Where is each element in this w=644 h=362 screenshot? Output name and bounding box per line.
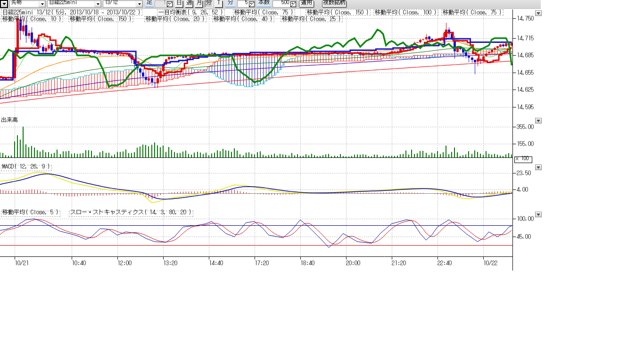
volume-axis-label [517, 124, 534, 133]
legend-item-row2-1[interactable] [1, 16, 63, 22]
price-axis-label [517, 70, 534, 79]
macd-axis-label [517, 187, 528, 196]
time-axis-label [163, 260, 177, 269]
time-axis-label [392, 260, 406, 269]
stoch-axis-label [517, 216, 534, 225]
price-axis-label [517, 104, 534, 113]
time-axis-label [117, 260, 132, 269]
dropdown-arrow-icon [537, 12, 540, 15]
volume-multiplier-badge [514, 156, 532, 163]
dropdown-arrow-icon [537, 214, 540, 216]
legend-item-row2-3[interactable] [144, 16, 206, 22]
price-axis-label [517, 87, 534, 96]
time-axis-label [438, 260, 452, 269]
macd-axis-label [517, 170, 531, 179]
stoch-ma-label[interactable] [1, 211, 60, 217]
legend-item-row1-4[interactable] [305, 9, 371, 16]
legend-item-row1-6[interactable] [441, 9, 504, 16]
stoch-pane-menu-button[interactable] [535, 212, 542, 217]
legend-item-row2-4[interactable] [212, 16, 274, 22]
volume-pane-menu-button[interactable] [535, 118, 542, 123]
time-axis-label [209, 260, 223, 269]
macd-pane-label[interactable] [1, 165, 52, 171]
time-axis-label [483, 260, 497, 269]
legend-item-row2-2[interactable] [68, 16, 133, 22]
price-pane-menu-button[interactable] [535, 10, 542, 16]
legend-item-row1-2[interactable] [157, 9, 225, 16]
legend-item-row2-5[interactable] [281, 16, 343, 22]
time-axis-label [255, 260, 269, 269]
legend-item-row1-1[interactable] [1, 9, 142, 16]
dropdown-arrow-icon [537, 120, 540, 122]
price-axis-label [517, 16, 534, 25]
time-axis-label [300, 260, 314, 269]
chart-plot-area[interactable] [0, 0, 519, 278]
stoch-pane-label[interactable] [69, 211, 193, 217]
stoch-axis-label [517, 234, 531, 243]
volume-axis-label [517, 141, 534, 150]
price-axis-label [517, 52, 534, 61]
dropdown-arrow-icon [537, 166, 540, 169]
time-axis-label [346, 260, 360, 269]
legend-item-row1-5[interactable] [373, 9, 438, 16]
volume-pane-label [1, 118, 18, 124]
chart-application-window [0, 0, 644, 362]
price-axis-label [517, 35, 534, 44]
time-axis-label [15, 260, 29, 269]
legend-item-row1-3[interactable] [233, 9, 295, 16]
time-axis-label [72, 260, 86, 269]
macd-pane-menu-button[interactable] [535, 165, 542, 170]
